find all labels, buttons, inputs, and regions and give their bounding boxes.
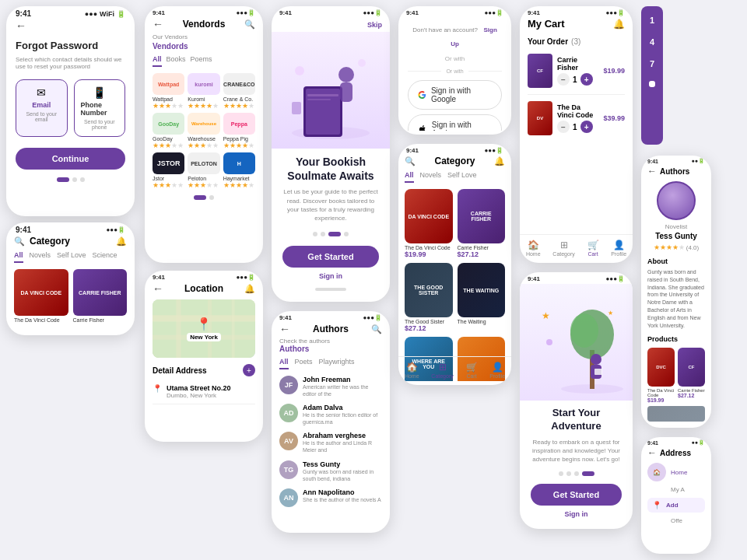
phone-sublabel: Send to your phone bbox=[81, 119, 119, 130]
cart-davinci-price: $39.99 bbox=[603, 114, 625, 122]
continue-button[interactable]: Continue bbox=[16, 148, 125, 170]
email-option[interactable]: ✉ Email Send to your email bbox=[16, 79, 68, 137]
book-davinci-r[interactable]: DA VINCI CODE The Da Vinci Code $19.99 bbox=[405, 189, 453, 258]
vendor-jstor[interactable]: JSTOR Jstor ★★★★★ bbox=[153, 152, 184, 189]
nav-cart[interactable]: 🛒 Cart bbox=[466, 362, 478, 379]
vendor-peppa[interactable]: Peppa Peppa Pig ★★★★★ bbox=[223, 113, 255, 149]
onboarding-status: ●●●🔋 bbox=[363, 9, 383, 16]
search-icon-cat[interactable]: 🔍 bbox=[14, 236, 25, 247]
sidebar-nav-add[interactable]: 📍 Add bbox=[647, 498, 705, 513]
qty-minus-1[interactable]: − bbox=[557, 73, 570, 86]
address-back[interactable]: ← bbox=[647, 447, 657, 458]
nav-cart-cart[interactable]: 🛒 Cart bbox=[587, 240, 599, 257]
book-card-carrie-sm[interactable]: CARRIE FISHER Carrie Fisher bbox=[73, 269, 128, 323]
vendor-peloton[interactable]: PELOTON Peloton ★★★★★ bbox=[188, 152, 219, 189]
sidebar-nav-mya[interactable]: My A bbox=[647, 486, 705, 493]
qty-plus-2[interactable]: + bbox=[580, 121, 593, 133]
vendors-search-icon[interactable]: 🔍 bbox=[244, 19, 255, 30]
vendor-kuromi[interactable]: kuromi Kuromi ★★★★★ bbox=[188, 73, 219, 110]
search-icon-catr[interactable]: 🔍 bbox=[405, 156, 416, 166]
author-book-davinci[interactable]: DVC The Da Vinci Code $19.99 bbox=[647, 348, 675, 403]
tab-all[interactable]: All bbox=[14, 251, 23, 263]
authors-tab-playwrights[interactable]: Playwrights bbox=[319, 358, 355, 369]
adventure-get-started[interactable]: Get Started bbox=[531, 484, 622, 506]
cart-item-carrie[interactable]: CF Carrie Fisher − 1 + $19.99 bbox=[528, 54, 625, 88]
dot-vendors-2 bbox=[209, 195, 214, 200]
get-started-button[interactable]: Get Started bbox=[282, 246, 379, 268]
book-goodsister-r[interactable]: THE GOOD SISTER The Good Sister $27.12 bbox=[405, 263, 453, 332]
author-item-abraham[interactable]: AV Abraham verghese He is the author and… bbox=[279, 432, 382, 453]
nav-home[interactable]: 🏠 Home bbox=[405, 362, 419, 379]
vendor-wattpad[interactable]: Wattpad Wattpad ★★★★★ bbox=[153, 73, 184, 110]
sidebar-nav-home[interactable]: 🏠 Home bbox=[647, 463, 705, 481]
book-carrie-r[interactable]: CARRIE FISHER Carrie Fisher $27.12 bbox=[458, 189, 506, 258]
authors-tab-all[interactable]: All bbox=[279, 358, 289, 369]
cat-tab-all[interactable]: All bbox=[405, 171, 414, 183]
adventure-sign-in[interactable]: Sign in bbox=[531, 510, 622, 518]
location-back[interactable]: ← bbox=[153, 282, 163, 295]
status-time-cat: 9:41 bbox=[16, 226, 31, 234]
authors-search-icon[interactable]: 🔍 bbox=[371, 324, 382, 334]
author-name: Tess Gunty bbox=[647, 232, 705, 240]
vendors-tab-books[interactable]: Books bbox=[167, 55, 186, 67]
cart-item-davinci[interactable]: DV The Da Vinci Code − 1 + $39.99 bbox=[528, 101, 625, 135]
author-item-adam[interactable]: AD Adam Dalva He is the senior fiction e… bbox=[279, 404, 382, 425]
cart-notification-icon[interactable]: 🔔 bbox=[613, 19, 625, 30]
sidebar-num-1[interactable]: 1 bbox=[650, 16, 654, 25]
author-book-carrie[interactable]: CF Carrie Fisher $27.12 bbox=[678, 348, 705, 403]
cat-tab-selflove[interactable]: Self Love bbox=[447, 171, 477, 183]
back-arrow[interactable]: ← bbox=[16, 19, 26, 32]
authors-tab-poets[interactable]: Poets bbox=[295, 358, 313, 369]
author-abraham-name: Abraham verghese bbox=[303, 432, 382, 439]
nav-category-cart[interactable]: ⊞ Category bbox=[552, 240, 574, 257]
google-signin-button[interactable]: Sign in with Google bbox=[408, 80, 502, 110]
author-adam-bio: He is the senior fiction editor of guern… bbox=[303, 411, 382, 425]
vendor-haymarket[interactable]: H Haymarket ★★★★★ bbox=[223, 152, 255, 189]
book-waiting-r[interactable]: THE WAITING The Waiting bbox=[458, 263, 506, 332]
vendors-back[interactable]: ← bbox=[153, 18, 163, 30]
tab-novels[interactable]: Novels bbox=[30, 251, 51, 263]
skip-button[interactable]: Skip bbox=[367, 21, 382, 29]
nav-category[interactable]: ⊞ Category bbox=[431, 362, 453, 379]
tab-science[interactable]: Science bbox=[93, 251, 117, 263]
map-view[interactable]: 📍 New York bbox=[153, 299, 255, 358]
onboarding-title: Your Bookish Soulmate Awaits bbox=[282, 155, 379, 183]
author-item-ann[interactable]: AN Ann Napolitano She is the author of t… bbox=[279, 488, 382, 507]
author-profile-back[interactable]: ← bbox=[647, 166, 657, 177]
vendor-warehouse[interactable]: Warehouse Warehouse ★★★★★ bbox=[188, 113, 219, 149]
nav-profile-cart[interactable]: 👤 Profile bbox=[611, 240, 626, 257]
home-indicator bbox=[315, 288, 346, 291]
nav-home-cart[interactable]: 🏠 Home bbox=[526, 240, 541, 257]
vendors-tab-poems[interactable]: Poems bbox=[191, 55, 212, 67]
authors-list: JF John Freeman American writer he was t… bbox=[279, 376, 382, 507]
notification-icon-catr[interactable]: 🔔 bbox=[494, 156, 505, 166]
add-address-icon[interactable]: + bbox=[243, 364, 255, 376]
sidebar-num-4[interactable]: 4 bbox=[650, 37, 654, 47]
book-card-davinci-sm[interactable]: DA VINCI CODE The Da Vinci Code bbox=[14, 269, 68, 323]
notification-icon-cat[interactable]: 🔔 bbox=[116, 236, 127, 247]
authors-back[interactable]: ← bbox=[279, 323, 290, 335]
phone-option[interactable]: 📱 Phone Number Send to your phone bbox=[74, 79, 126, 137]
author-stars: ★★★★★ bbox=[654, 243, 685, 251]
tab-selflove[interactable]: Self Love bbox=[57, 251, 86, 263]
address-item-1[interactable]: 📍 Utama Street No.20 Dumbo, New York bbox=[153, 380, 255, 404]
qty-plus-1[interactable]: + bbox=[580, 73, 593, 86]
sidebar-num-7[interactable]: 7 bbox=[650, 59, 654, 68]
author-item-tess[interactable]: TG Tess Gunty Gunty was born and raised … bbox=[279, 460, 382, 482]
nav-profile[interactable]: 👤 Profile bbox=[489, 362, 505, 379]
book-title-carrie-sm: Carrie Fisher bbox=[73, 317, 128, 323]
qty-minus-2[interactable]: − bbox=[557, 121, 570, 133]
author-novelist-label: Novelist bbox=[647, 223, 705, 230]
author-profile-title: Authors bbox=[660, 167, 689, 176]
address-location-icon: 📍 bbox=[652, 501, 661, 509]
vendors-tab-all[interactable]: All bbox=[153, 55, 162, 67]
author-item-john[interactable]: JF John Freeman American writer he was t… bbox=[279, 376, 382, 397]
apple-signin-button[interactable]: Sign in with Apple bbox=[408, 114, 502, 131]
cat-tab-novels[interactable]: Novels bbox=[420, 171, 442, 183]
sidebar-nav-offe[interactable]: Offe bbox=[647, 517, 705, 524]
location-notification[interactable]: 🔔 bbox=[244, 284, 255, 294]
sign-in-link[interactable]: Sign in bbox=[282, 272, 379, 280]
vendor-gooday[interactable]: GooDay GooDay ★★★★★ bbox=[153, 113, 184, 149]
book-carrie-title-r: Carrie Fisher bbox=[458, 245, 506, 250]
vendor-crane[interactable]: CRANE&CO Crane & Co. ★★★★★ bbox=[223, 73, 255, 110]
